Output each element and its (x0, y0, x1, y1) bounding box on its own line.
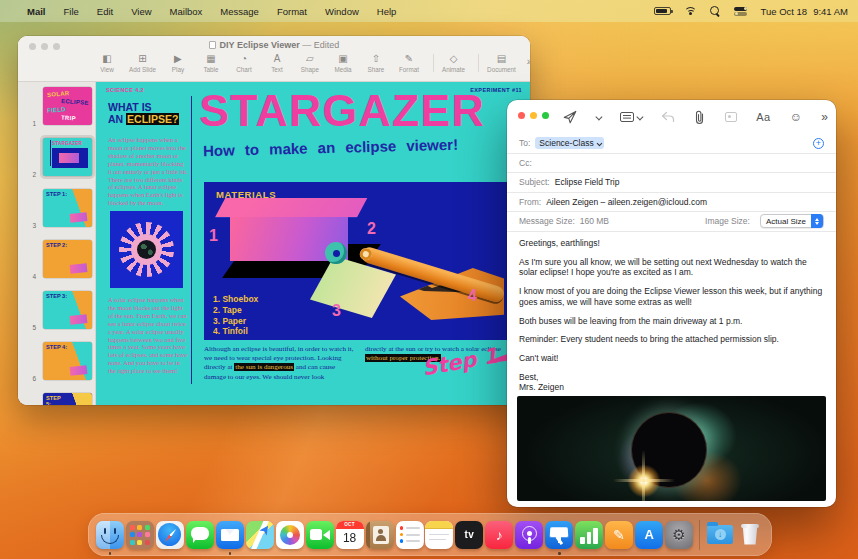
dock-pages-icon[interactable]: ✎ (604, 513, 634, 556)
toolbar-overflow-icon[interactable]: » (527, 53, 530, 67)
toolbar-text-button[interactable]: AText (266, 53, 288, 73)
dock-music-icon[interactable]: ♪ (484, 513, 514, 556)
toolbar-chart-button[interactable]: ◔Chart (233, 53, 255, 73)
slide-navigator: 1SOLARECLIPSEFIELDTRIP2STARGAZER3STEP 1:… (18, 82, 96, 405)
close-button[interactable] (518, 112, 525, 119)
recipient-token[interactable]: Science-Class (535, 137, 604, 149)
stepper-icon (811, 214, 823, 228)
toolbar-shape-button[interactable]: ▱Shape (299, 53, 321, 73)
toolbar-add-slide-button[interactable]: ⊞Add Slide (129, 53, 156, 73)
dock-finder-icon[interactable] (95, 513, 125, 556)
mail-window-controls (518, 112, 549, 119)
toolbar-animate-button[interactable]: ◇Animate (442, 53, 465, 73)
from-field[interactable]: From: Aileen Zeigen – aileen.zeigen@iclo… (507, 193, 836, 213)
header-fields-icon[interactable] (620, 107, 642, 127)
add-contact-icon[interactable]: + (813, 138, 824, 149)
toolbar-share-button[interactable]: ⇧Share (365, 53, 387, 73)
size-row: Message Size: 160 MB Image Size: Actual … (507, 212, 836, 232)
slide-thumbnail-1[interactable]: 1SOLARECLIPSEFIELDTRIP (18, 84, 95, 128)
battery-icon[interactable] (654, 7, 671, 15)
eclipse-photo-attachment[interactable] (517, 396, 826, 501)
toolbar-media-button[interactable]: ▣Media (332, 53, 354, 73)
material-number-4: 4 (468, 287, 477, 305)
toolbar-label: Table (203, 66, 218, 73)
table-icon: ▦ (206, 53, 215, 64)
dock-numbers-icon[interactable] (574, 513, 604, 556)
attach-icon[interactable] (694, 107, 706, 127)
dock-maps-icon[interactable] (245, 513, 275, 556)
chevron-down-icon (597, 140, 602, 145)
slide-thumbnail-4[interactable]: 4STEP 2: (18, 237, 95, 281)
wifi-icon[interactable] (684, 6, 697, 16)
dock-downloads-icon[interactable]: ↓ (705, 513, 735, 556)
menu-bar: MailFileEditViewMailboxMessageFormatWind… (0, 0, 858, 22)
dock-keynote-icon[interactable] (544, 513, 574, 556)
toolbar-view-button[interactable]: ◧View (96, 53, 118, 73)
control-center-icon[interactable] (734, 7, 747, 16)
toolbar-format-button[interactable]: ✎Format (398, 53, 420, 73)
slide-thumbnail-2[interactable]: 2STARGAZER (18, 135, 95, 179)
slide-thumbnail-6[interactable]: 6STEP 4: (18, 339, 95, 383)
slide-number: 6 (24, 375, 36, 383)
dock-safari-icon[interactable] (155, 513, 185, 556)
dock-photos-icon[interactable] (275, 513, 305, 556)
menu-mailbox[interactable]: Mailbox (161, 6, 212, 17)
format-icon[interactable]: Aa (756, 107, 770, 127)
dock-messages-icon[interactable] (185, 513, 215, 556)
menu-window[interactable]: Window (316, 6, 368, 17)
dock-notes-icon[interactable] (424, 513, 454, 556)
menu-file[interactable]: File (54, 6, 87, 17)
cc-field[interactable]: Cc: (507, 154, 836, 174)
dock-podcasts-icon[interactable] (514, 513, 544, 556)
dock-facetime-icon[interactable] (305, 513, 335, 556)
running-indicator (558, 552, 561, 555)
dock-appstore-icon[interactable]: A (634, 513, 664, 556)
message-body-editor[interactable]: Greetings, earthlings!As I'm sure you al… (519, 238, 824, 401)
menu-format[interactable]: Format (268, 6, 316, 17)
spotlight-search-icon[interactable] (710, 6, 721, 17)
dock-launchpad-icon[interactable] (125, 513, 155, 556)
slide-thumbnail-7[interactable]: 7STEP 5: (18, 390, 95, 405)
slide-number: 5 (24, 324, 36, 332)
dock-trash-icon[interactable] (735, 513, 765, 556)
slide-number: 4 (24, 273, 36, 281)
dock-reminders-icon[interactable] (395, 513, 425, 556)
slide-thumbnail-preview: STEP 5: (43, 393, 92, 405)
menu-help[interactable]: Help (368, 6, 406, 17)
slide-science-label: SCIENCE 4.2 (106, 87, 144, 93)
mail-header-fields: To: Science-Class + Cc: Subject: Eclipse… (507, 134, 836, 232)
menu-mail[interactable]: Mail (18, 6, 54, 17)
dock-settings-icon[interactable]: ⚙ (664, 513, 694, 556)
emoji-icon[interactable]: ☺ (790, 107, 802, 127)
send-icon[interactable] (563, 107, 577, 127)
toolbar-table-button[interactable]: ▦Table (200, 53, 222, 73)
menu-view[interactable]: View (122, 6, 160, 17)
menu-edit[interactable]: Edit (88, 6, 122, 17)
menu-message[interactable]: Message (211, 6, 268, 17)
dock-calendar-icon[interactable]: OCT18 (335, 513, 365, 556)
toolbar-label: Play (172, 66, 184, 73)
slide-number: 2 (24, 171, 36, 179)
minimize-button[interactable] (530, 112, 537, 119)
dock-tv-icon[interactable]: tv (454, 513, 484, 556)
subject-field[interactable]: Subject: Eclipse Field Trip (507, 173, 836, 193)
desktop-wallpaper[interactable]: MailFileEditViewMailboxMessageFormatWind… (0, 0, 858, 559)
slide-canvas[interactable]: SCIENCE 4.2 EXPERIMENT #11 WHAT IS AN EC… (96, 82, 530, 405)
chart-icon: ◔ (241, 53, 247, 64)
more-icon[interactable]: » (821, 107, 828, 127)
to-field[interactable]: To: Science-Class + (507, 134, 836, 154)
zoom-button[interactable] (542, 112, 549, 119)
dock-mail-icon[interactable] (215, 513, 245, 556)
media-icon: ▣ (338, 53, 347, 64)
mail-compose-window[interactable]: Aa☺» To: Science-Class + Cc: Subject: Ec… (507, 100, 836, 507)
slide-thumbnail-3[interactable]: 3STEP 1: (18, 186, 95, 230)
dock-contacts-icon[interactable] (365, 513, 395, 556)
slide-thumbnail-5[interactable]: 5STEP 3: (18, 288, 95, 332)
document-proxy-icon[interactable] (209, 41, 216, 49)
menu-bar-clock[interactable]: Tue Oct 18 9:41 AM (760, 6, 848, 17)
toolbar-play-button[interactable]: ▶Play (167, 53, 189, 73)
send-options-chevron-icon[interactable] (596, 107, 601, 127)
toolbar-document-button[interactable]: ▤Document (487, 53, 516, 73)
keynote-window[interactable]: DIY Eclipse Viewer — Edited ◧View⊞Add Sl… (18, 36, 530, 405)
image-size-select[interactable]: Actual Size (760, 214, 824, 228)
